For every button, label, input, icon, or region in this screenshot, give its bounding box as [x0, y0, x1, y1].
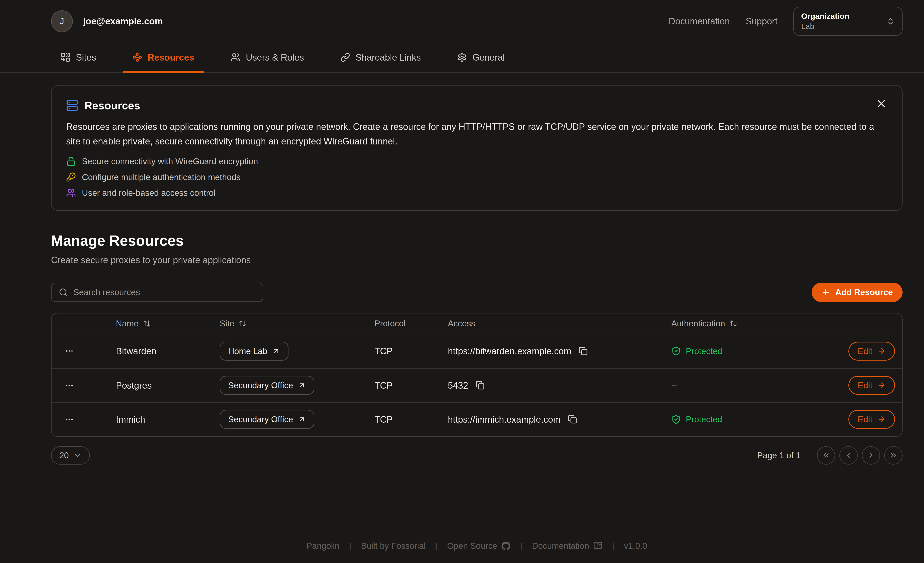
sites-icon	[61, 52, 70, 62]
search-icon	[59, 288, 68, 297]
tab-users-roles[interactable]: Users & Roles	[221, 42, 314, 72]
arrow-up-right-icon	[298, 382, 306, 389]
resource-access: https://immich.example.com	[448, 414, 578, 425]
ellipsis-icon	[64, 380, 74, 390]
nav-documentation[interactable]: Documentation	[669, 16, 730, 26]
org-selector-label: Organization	[801, 12, 880, 21]
key-icon	[66, 172, 76, 182]
first-page-button[interactable]	[817, 446, 835, 464]
footer-version: v1.0.0	[624, 541, 647, 551]
column-name[interactable]: Name	[116, 319, 220, 328]
edit-button[interactable]: Edit	[848, 410, 895, 429]
sort-icon	[729, 320, 737, 328]
nav-support[interactable]: Support	[746, 16, 778, 26]
shield-check-icon	[671, 346, 681, 356]
footer-built-by-link[interactable]: Built by Fossorial	[361, 541, 426, 551]
chevrons-up-down-icon	[886, 17, 895, 25]
sort-icon	[143, 320, 151, 328]
add-resource-button[interactable]: Add Resource	[812, 283, 903, 302]
feature-access-control: User and role-based access control	[66, 187, 887, 198]
column-access: Access	[448, 319, 671, 328]
copy-button[interactable]	[567, 414, 578, 424]
footer-separator	[520, 541, 522, 551]
user-email: joe@example.com	[83, 16, 163, 26]
chevron-left-icon	[844, 451, 853, 460]
column-authentication[interactable]: Authentication	[671, 319, 848, 328]
waypoints-icon	[132, 52, 142, 62]
github-icon	[501, 541, 510, 550]
chevron-right-icon	[867, 451, 875, 460]
tab-label: Users & Roles	[246, 52, 304, 63]
copy-icon	[476, 381, 484, 390]
page-size-select[interactable]: 20	[51, 446, 90, 464]
feature-text: Configure multiple authentication method…	[82, 172, 241, 182]
feature-list: Secure connectivity with WireGuard encry…	[66, 156, 887, 198]
last-page-button[interactable]	[884, 446, 903, 464]
auth-status: Protected	[671, 414, 722, 424]
resources-table: Name Site Protocol Access Authentication	[51, 313, 903, 436]
tab-label: General	[472, 52, 505, 63]
arrow-right-icon	[877, 415, 886, 424]
edit-button[interactable]: Edit	[848, 342, 895, 361]
plus-icon	[821, 288, 830, 297]
edit-button[interactable]: Edit	[848, 376, 895, 395]
users-icon	[231, 52, 240, 62]
row-menu-button[interactable]	[63, 379, 75, 391]
arrow-right-icon	[877, 347, 886, 355]
tab-shareable-links[interactable]: Shareable Links	[331, 42, 430, 72]
avatar[interactable]: J	[51, 10, 73, 32]
org-selector[interactable]: Organization Lab	[794, 7, 903, 36]
column-site[interactable]: Site	[220, 319, 375, 328]
lock-icon	[66, 156, 76, 166]
topbar-nav: Documentation Support Organization Lab	[669, 7, 903, 36]
org-selector-value: Lab	[801, 22, 880, 31]
copy-button[interactable]	[578, 346, 588, 356]
pagination: 20 Page 1 of 1	[51, 446, 903, 464]
copy-button[interactable]	[475, 380, 485, 391]
main-content: Resources Resources are proxies to appli…	[0, 73, 924, 563]
row-menu-button[interactable]	[63, 345, 75, 357]
tab-general[interactable]: General	[448, 42, 514, 72]
add-resource-label: Add Resource	[835, 287, 893, 297]
book-icon	[593, 541, 603, 550]
row-menu-button[interactable]	[63, 413, 75, 425]
copy-icon	[579, 346, 588, 356]
prev-page-button[interactable]	[839, 446, 858, 464]
server-icon	[66, 99, 78, 112]
resource-protocol: TCP	[374, 414, 448, 425]
tab-label: Shareable Links	[356, 52, 421, 63]
search-input[interactable]	[74, 287, 256, 297]
close-info-card-button[interactable]	[874, 96, 889, 111]
copy-icon	[568, 415, 577, 424]
org-text: Organization Lab	[801, 12, 880, 31]
site-link-button[interactable]: Home Lab	[220, 342, 288, 361]
page-subtitle: Create secure proxies to your private ap…	[51, 253, 903, 267]
footer-separator	[435, 541, 437, 551]
resource-name: Bitwarden	[116, 346, 220, 356]
footer-open-source-link[interactable]: Open Source	[447, 541, 510, 551]
auth-label: Protected	[686, 414, 722, 424]
user-menu: J joe@example.com	[51, 10, 163, 32]
gear-icon	[457, 52, 467, 62]
site-link-button[interactable]: Secondary Office	[220, 410, 314, 429]
feature-auth-methods: Configure multiple authentication method…	[66, 172, 887, 183]
page-status: Page 1 of 1	[757, 450, 801, 460]
link-icon	[340, 52, 350, 62]
pager-buttons	[817, 446, 903, 464]
feature-text: User and role-based access control	[82, 188, 216, 198]
card-title: Resources	[84, 99, 140, 112]
resources-info-card: Resources Resources are proxies to appli…	[51, 85, 903, 211]
site-link-button[interactable]: Secondary Office	[220, 376, 314, 395]
card-description: Resources are proxies to applications ru…	[66, 120, 887, 149]
toolbar: Add Resource	[51, 283, 903, 302]
next-page-button[interactable]	[862, 446, 880, 464]
topbar: J joe@example.com Documentation Support …	[0, 0, 924, 42]
shield-check-icon	[671, 415, 681, 424]
tab-sites[interactable]: Sites	[51, 42, 106, 72]
chevron-down-icon	[74, 451, 81, 460]
tab-label: Resources	[148, 52, 194, 63]
tab-label: Sites	[76, 52, 96, 63]
ellipsis-icon	[64, 346, 74, 356]
footer-documentation-link[interactable]: Documentation	[532, 541, 603, 551]
tab-resources[interactable]: Resources	[123, 42, 204, 72]
